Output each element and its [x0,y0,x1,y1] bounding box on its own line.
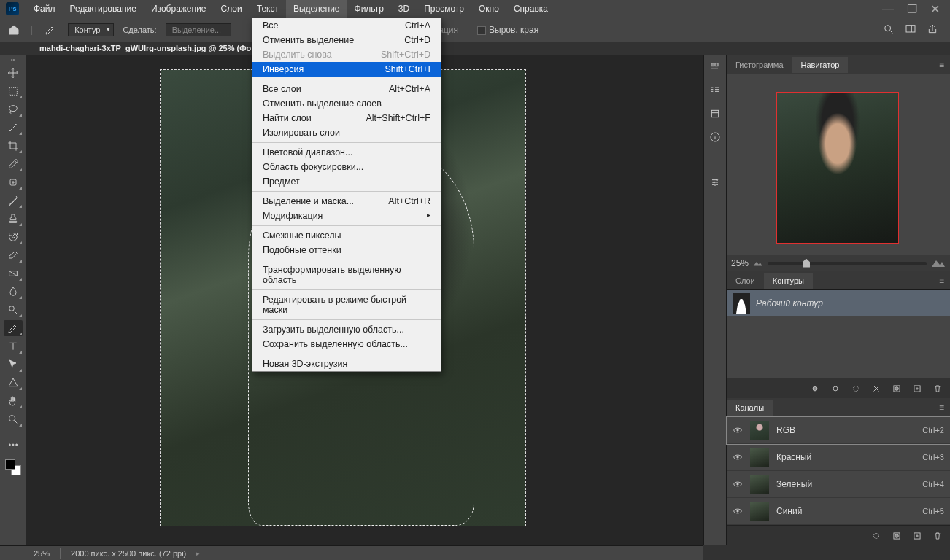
edit-toolbar-icon[interactable] [4,437,23,453]
selection-button[interactable]: Выделение... [166,23,231,36]
fill-path-icon[interactable] [810,384,820,394]
libraries-panel-icon[interactable] [708,106,722,121]
shape-tool[interactable] [4,375,23,391]
type-tool[interactable] [4,338,23,354]
blur-tool[interactable] [4,284,23,300]
crop-tool[interactable] [4,138,23,154]
eraser-tool[interactable] [4,247,23,263]
color-swatch[interactable] [5,459,21,475]
menu-окно[interactable]: Окно [471,0,506,18]
zoom-out-icon[interactable] [753,260,763,267]
history-brush-tool[interactable] [4,229,23,245]
eyedropper-tool[interactable] [4,156,23,172]
menuitem[interactable]: Цветовой диапазон... [252,145,441,160]
save-selection-channel-icon[interactable] [892,531,902,541]
lasso-tool[interactable] [4,101,23,117]
zoom-tool[interactable] [4,411,23,427]
stroke-path-icon[interactable] [830,384,841,394]
menuitem[interactable]: Отменить выделениеCtrl+D [252,33,441,47]
menuitem[interactable]: Трансформировать выделенную область [252,262,441,287]
menuitem[interactable]: Подобные оттенки [252,243,441,257]
new-channel-icon[interactable] [912,531,922,541]
stamp-tool[interactable] [4,211,23,227]
menuitem[interactable]: Выделение и маска...Alt+Ctrl+R [252,194,441,209]
channels-tab[interactable]: Каналы [727,400,773,416]
menuitem[interactable]: ИнверсияShift+Ctrl+I [252,62,441,77]
menuitem[interactable]: Область фокусировки... [252,160,441,174]
panel-menu-icon[interactable]: ≡ [939,402,950,413]
move-tool[interactable] [4,65,23,81]
menuitem[interactable]: Модификация [252,209,441,223]
adjustments-panel-icon[interactable] [708,175,722,190]
menu-файл[interactable]: Файл [26,0,63,18]
pen-tool[interactable] [4,320,23,336]
histogram-tab[interactable]: Гистограмма [727,57,792,73]
pen-tool-icon[interactable] [42,21,59,39]
menu-изображение[interactable]: Изображение [144,0,214,18]
paths-tab[interactable]: Контуры [764,273,813,289]
panel-menu-icon[interactable]: ≡ [939,276,950,286]
delete-channel-icon[interactable] [932,531,943,541]
restore-icon[interactable]: ❐ [907,2,917,16]
visibility-icon[interactable] [733,479,743,489]
menu-3d[interactable]: 3D [391,0,417,18]
menuitem[interactable]: Загрузить выделенную область... [252,322,441,337]
edge-trim-checkbox[interactable] [477,26,486,35]
layers-tab[interactable]: Слои [727,273,764,289]
search-icon[interactable] [883,23,895,37]
panel-menu-icon[interactable]: ≡ [939,60,950,70]
visibility-icon[interactable] [733,452,743,462]
hand-tool[interactable] [4,393,23,409]
menuitem[interactable]: Все слоиAlt+Ctrl+A [252,82,441,96]
menuitem[interactable]: Найти слоиAlt+Shift+Ctrl+F [252,111,441,125]
workspace-layout-icon[interactable] [905,23,916,37]
document-tab[interactable]: mahdi-chaghari-3xTP_gWUIrg-unsplash.jpg … [32,42,258,54]
palette-grip[interactable]: •• [0,58,26,63]
navigator-tab[interactable]: Навигатор [792,57,849,73]
menu-выделение[interactable]: Выделение [286,0,347,18]
menu-просмотр[interactable]: Просмотр [417,0,471,18]
menu-редактирование[interactable]: Редактирование [63,0,144,18]
wand-tool[interactable] [4,120,23,136]
menuitem[interactable]: Сохранить выделенную область... [252,337,441,351]
menu-справка[interactable]: Справка [506,0,555,18]
menuitem[interactable]: Предмет [252,174,441,189]
new-path-icon[interactable] [912,384,922,394]
menu-фильтр[interactable]: Фильтр [347,0,391,18]
brush-tool[interactable] [4,192,23,209]
channel-row[interactable]: СинийCtrl+5 [727,498,950,525]
visibility-icon[interactable] [733,425,743,435]
healing-tool[interactable] [4,174,23,190]
path-item[interactable]: Рабочий контур [727,290,950,316]
load-selection-icon[interactable] [851,384,861,394]
channel-row[interactable]: ЗеленыйCtrl+4 [727,471,950,498]
load-channel-selection-icon[interactable] [871,531,881,541]
menuitem[interactable]: Отменить выделение слоев [252,96,441,111]
path-mode-select[interactable]: Контур [68,23,114,36]
menuitem[interactable]: Изолировать слои [252,125,441,140]
minimize-icon[interactable]: — [882,2,894,16]
channel-row[interactable]: КрасныйCtrl+3 [727,444,950,471]
visibility-icon[interactable] [733,506,743,516]
menuitem[interactable]: Смежные пикселы [252,228,441,243]
marquee-tool[interactable] [4,83,23,99]
menuitem[interactable]: Новая 3D-экструзия [252,357,441,371]
delete-path-icon[interactable] [932,384,943,394]
path-select-tool[interactable] [4,357,23,373]
navigator-thumbnail[interactable] [776,92,899,244]
menu-текст[interactable]: Текст [250,0,286,18]
zoom-in-icon[interactable] [931,258,946,268]
gradient-tool[interactable] [4,265,23,281]
menu-слои[interactable]: Слои [214,0,250,18]
channel-row[interactable]: RGBCtrl+2 [727,417,950,444]
zoom-slider[interactable] [768,262,927,265]
menuitem[interactable]: Редактировать в режиме быстрой маски [252,292,441,317]
mask-icon[interactable] [892,384,902,394]
close-icon[interactable]: ✕ [930,2,940,16]
color-panel-icon[interactable] [708,60,722,74]
swatches-panel-icon[interactable] [708,83,722,98]
menuitem[interactable]: ВсеCtrl+A [252,18,441,33]
info-panel-icon[interactable] [708,130,722,144]
make-path-icon[interactable] [871,384,881,394]
share-icon[interactable] [927,23,938,37]
